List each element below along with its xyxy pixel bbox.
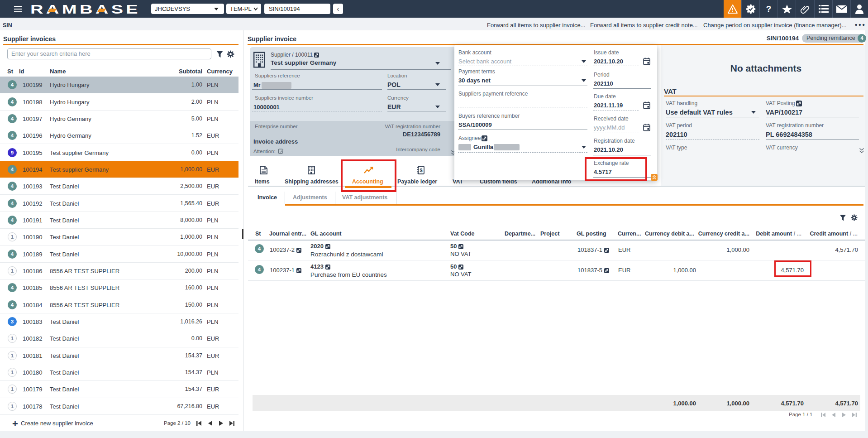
svg-text:$: $: [420, 168, 422, 173]
